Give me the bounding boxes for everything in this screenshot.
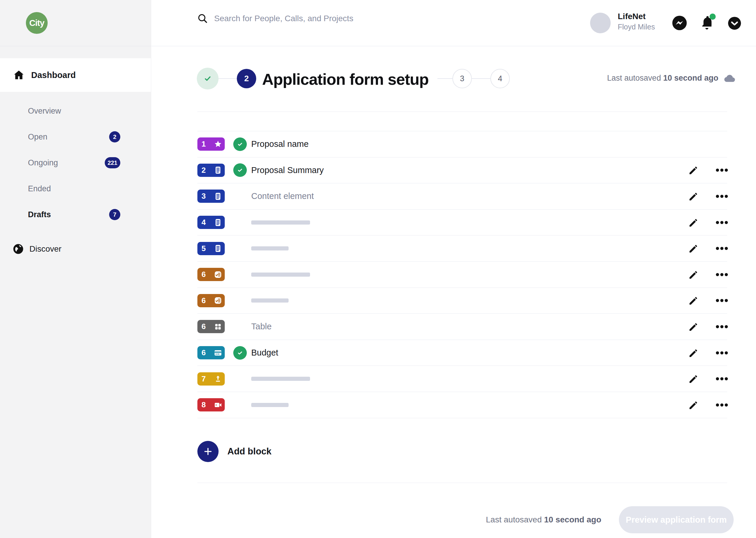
step-connector <box>472 78 490 79</box>
video-camera-icon <box>214 401 223 409</box>
main-content: 2 Application form setup 3 4 Last autosa… <box>151 46 756 538</box>
step-connector <box>219 78 237 79</box>
block-label: Table <box>251 322 272 331</box>
divider <box>197 483 727 483</box>
preview-application-form-button[interactable]: Preview application form <box>619 506 733 533</box>
chevron-down-icon[interactable] <box>727 16 742 32</box>
sidebar-item-label: Drafts <box>28 210 51 219</box>
count-badge: 221 <box>105 157 120 168</box>
step-4[interactable]: 4 <box>490 69 510 88</box>
block-label: Proposal name <box>251 139 309 149</box>
more-options-button[interactable] <box>714 372 730 386</box>
sidebar-item-overview[interactable]: Overview <box>28 104 120 117</box>
edit-button[interactable] <box>686 189 701 203</box>
more-options-button[interactable] <box>714 241 730 255</box>
more-options-button[interactable] <box>714 294 730 307</box>
sidebar-item-dashboard[interactable]: Dashboard <box>0 58 151 92</box>
more-options-button[interactable] <box>714 346 730 360</box>
sidebar-item-open[interactable]: Open 2 <box>28 131 120 143</box>
bell-icon[interactable] <box>699 15 715 32</box>
upload-icon <box>214 374 223 383</box>
sidebar-item-ongoing[interactable]: Ongoing 221 <box>28 156 120 169</box>
messenger-icon[interactable] <box>671 15 688 32</box>
block-number: 6 <box>202 322 206 331</box>
block-label: Content element <box>251 191 314 201</box>
edit-button[interactable] <box>686 241 701 255</box>
add-block-label: Add block <box>227 446 272 457</box>
step-1-complete[interactable] <box>197 68 219 89</box>
checklist-icon <box>214 270 223 279</box>
sidebar-item-label: Ongoing <box>28 158 58 168</box>
notification-dot <box>710 14 716 20</box>
block-row-untitled: 6 <box>197 262 727 288</box>
user-info: LifeNet Floyd Miles <box>618 12 655 31</box>
document-icon <box>214 192 223 201</box>
block-badge: 4 <box>197 216 225 229</box>
cloud-icon <box>724 73 736 84</box>
edit-button[interactable] <box>686 215 701 230</box>
block-number: 8 <box>202 400 206 409</box>
table-grid-icon <box>214 322 223 331</box>
plus-icon <box>197 441 219 462</box>
more-options-button[interactable] <box>714 398 730 412</box>
avatar[interactable] <box>590 13 611 33</box>
city-logo[interactable]: City <box>26 12 48 34</box>
credit-card-icon <box>214 349 223 357</box>
autosave-status: Last autosaved 10 second ago <box>486 515 601 524</box>
sidebar-item-label: Open <box>28 133 47 141</box>
block-badge: 3 <box>197 189 225 203</box>
block-row-table: 6 Table <box>197 314 727 340</box>
block-row-untitled: 7 <box>197 366 727 392</box>
check-icon <box>233 346 247 360</box>
empty-title-placeholder <box>251 403 288 407</box>
more-options-button[interactable] <box>714 189 730 203</box>
step-connector <box>437 78 452 79</box>
block-badge: 2 <box>197 164 225 177</box>
block-row-proposal-summary: 2 Proposal Summary <box>197 157 727 184</box>
edit-button[interactable] <box>686 398 701 412</box>
search-input[interactable] <box>214 14 502 23</box>
sidebar-item-discover[interactable]: Discover <box>12 242 62 256</box>
empty-title-placeholder <box>251 377 310 381</box>
block-list: 1 Proposal name 2 <box>197 131 727 418</box>
block-badge: 6 <box>197 268 225 281</box>
edit-button[interactable] <box>686 320 701 334</box>
add-block-button[interactable]: Add block <box>197 441 272 462</box>
more-options-button[interactable] <box>714 320 730 334</box>
block-badge: 6 <box>197 320 225 333</box>
globe-icon <box>12 243 24 255</box>
block-badge: 6 <box>197 346 225 359</box>
edit-button[interactable] <box>686 268 701 282</box>
autosave-status: Last autosaved 10 second ago <box>607 74 718 83</box>
block-number: 6 <box>202 348 206 357</box>
edit-button[interactable] <box>686 372 701 386</box>
count-badge: 7 <box>109 209 120 220</box>
edit-button[interactable] <box>686 294 701 307</box>
edit-button[interactable] <box>686 163 701 177</box>
more-options-button[interactable] <box>714 215 730 230</box>
checklist-icon <box>214 296 223 305</box>
empty-title-placeholder <box>251 220 310 225</box>
sidebar-item-label: Discover <box>29 244 62 254</box>
edit-button[interactable] <box>686 346 701 360</box>
block-number: 4 <box>202 218 206 227</box>
sidebar-item-drafts[interactable]: Drafts 7 <box>28 208 120 221</box>
search-icon <box>197 13 208 24</box>
more-options-button[interactable] <box>714 163 730 177</box>
block-number: 2 <box>202 166 206 175</box>
sidebar-item-ended[interactable]: Ended <box>28 182 120 195</box>
step-3[interactable]: 3 <box>452 69 472 88</box>
page-title: Application form setup <box>262 70 428 88</box>
empty-title-placeholder <box>251 298 288 302</box>
block-row-budget: 6 Budget <box>197 340 727 366</box>
more-options-button[interactable] <box>714 268 730 282</box>
block-number: 6 <box>202 270 206 279</box>
application-window: City Dashboard Overview Open 2 Ongoing 2… <box>0 0 756 538</box>
block-number: 1 <box>202 139 206 149</box>
block-row-untitled: 8 <box>197 392 727 418</box>
block-row-content-element: 3 Content element <box>197 183 727 210</box>
top-bar: LifeNet Floyd Miles <box>151 0 756 46</box>
step-2-current[interactable]: 2 <box>237 69 256 88</box>
sidebar: City Dashboard Overview Open 2 Ongoing 2… <box>0 0 151 538</box>
block-number: 6 <box>202 296 206 305</box>
